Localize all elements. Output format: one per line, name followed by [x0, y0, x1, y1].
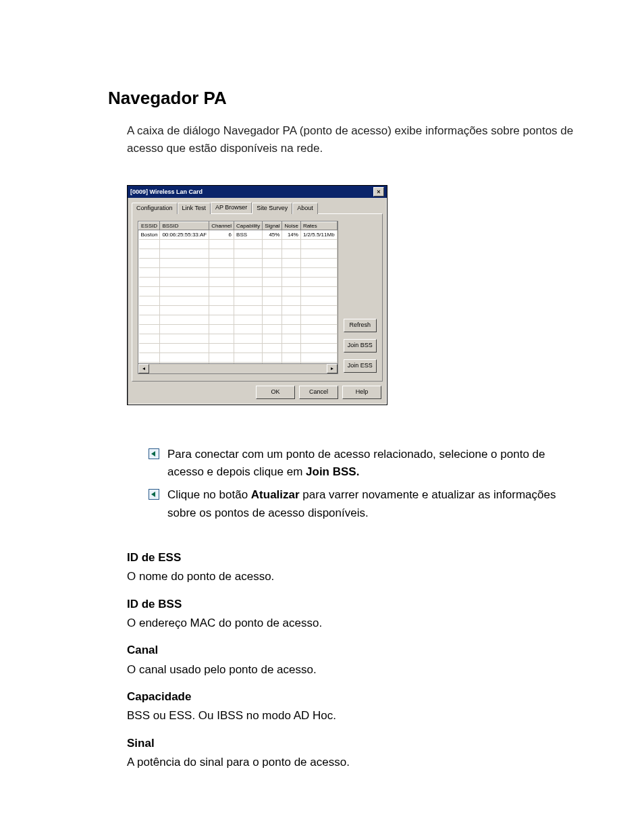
cancel-button[interactable]: Cancel	[299, 386, 338, 399]
wireless-card-dialog: [0009] Wireless Lan Card × Configuration…	[127, 185, 387, 405]
def-term: Capacidade	[127, 688, 576, 706]
col-channel[interactable]: Channel	[209, 221, 234, 230]
refresh-button[interactable]: Refresh	[344, 319, 377, 332]
bullet-arrow-icon	[149, 489, 159, 500]
cell-bssid: 00:06:25:55:33:AF	[160, 230, 209, 239]
cell-signal: 45%	[263, 230, 282, 239]
ap-grid[interactable]: ESSID BSSID Channel Capability Signal No…	[138, 221, 338, 364]
def-desc: O nome do ponto de acesso.	[127, 568, 576, 585]
bullet-item: Para conectar com um ponto de acesso rel…	[167, 446, 576, 481]
def-term: Canal	[127, 642, 576, 659]
horizontal-scrollbar[interactable]: ◂ ▸	[138, 364, 338, 374]
intro-paragraph: A caixa de diálogo Navegador PA (ponto d…	[127, 122, 576, 158]
dialog-titlebar: [0009] Wireless Lan Card ×	[128, 186, 387, 198]
def-term: Sinal	[127, 735, 576, 752]
cell-noise: 14%	[282, 230, 300, 239]
dialog-title: [0009] Wireless Lan Card	[130, 188, 203, 195]
scroll-right-icon[interactable]: ▸	[327, 364, 338, 373]
tab-site-survey[interactable]: Site Survey	[252, 203, 292, 214]
bullet-text: Clique no botão	[167, 488, 251, 501]
bullet-item: Clique no botão Atualizar para varrer no…	[167, 486, 576, 522]
bullet-list: Para conectar com um ponto de acesso rel…	[149, 446, 576, 522]
def-desc: O endereço MAC do ponto de acesso.	[127, 615, 576, 632]
bullet-strong: Join BSS.	[306, 465, 359, 478]
col-signal[interactable]: Signal	[263, 221, 282, 230]
col-essid[interactable]: ESSID	[139, 221, 160, 230]
col-bssid[interactable]: BSSID	[160, 221, 209, 230]
tab-ap-browser[interactable]: AP Browser	[211, 202, 252, 213]
tab-about[interactable]: About	[292, 203, 318, 214]
definitions: ID de ESS O nome do ponto de acesso. ID …	[127, 549, 576, 771]
help-button[interactable]: Help	[342, 386, 381, 399]
tab-configuration[interactable]: Configuration	[132, 203, 178, 214]
cell-channel: 6	[209, 230, 234, 239]
def-desc: O canal usado pelo ponto de acesso.	[127, 661, 576, 679]
cell-rates: 1/2/5.5/11Mb	[300, 230, 337, 239]
col-rates[interactable]: Rates	[300, 221, 337, 230]
join-ess-button[interactable]: Join ESS	[344, 359, 377, 373]
page-heading: Navegador PA	[108, 88, 576, 109]
scroll-left-icon[interactable]: ◂	[138, 364, 149, 373]
join-bss-button[interactable]: Join BSS	[344, 339, 377, 353]
dialog-tabs: Configuration Link Test AP Browser Site …	[128, 198, 387, 213]
ok-button[interactable]: OK	[256, 386, 295, 399]
def-term: ID de BSS	[127, 596, 576, 613]
table-row[interactable]: Boston 00:06:25:55:33:AF 6 BSS 45% 14% 1…	[139, 230, 338, 239]
def-desc: A potência do sinal para o ponto de aces…	[127, 754, 576, 771]
bullet-arrow-icon	[149, 448, 159, 459]
cell-essid: Boston	[139, 230, 160, 239]
tab-link-test[interactable]: Link Test	[178, 203, 211, 214]
bullet-strong: Atualizar	[251, 488, 300, 501]
close-icon[interactable]: ×	[373, 187, 384, 197]
def-term: ID de ESS	[127, 549, 576, 567]
col-noise[interactable]: Noise	[282, 221, 300, 230]
col-capability[interactable]: Capability	[234, 221, 263, 230]
def-desc: BSS ou ESS. Ou IBSS no modo AD Hoc.	[127, 707, 576, 725]
tab-panel: ESSID BSSID Channel Capability Signal No…	[132, 213, 383, 382]
cell-capability: BSS	[234, 230, 263, 239]
